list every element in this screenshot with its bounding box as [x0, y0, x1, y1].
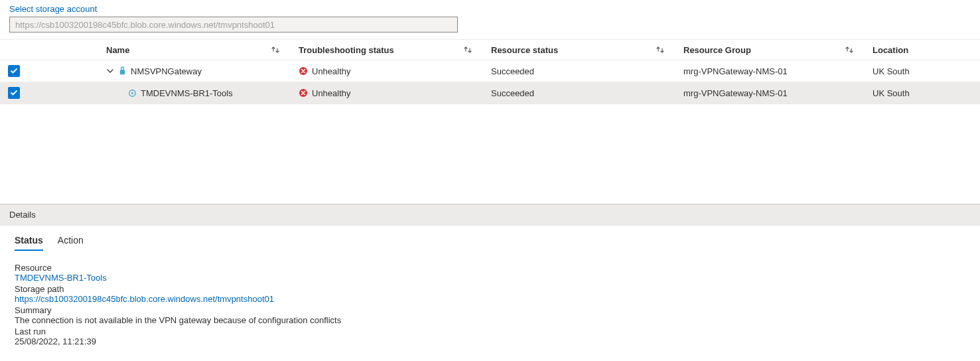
detail-last-run-text: 25/08/2022, 11:21:39 — [15, 336, 965, 346]
table-header-row: Name Troubleshooting status Resource sta… — [0, 39, 980, 60]
column-header-resource-status[interactable]: Resource status — [491, 45, 683, 55]
sort-icon[interactable] — [463, 45, 472, 54]
row-name: TMDEVNMS-BR1-Tools — [141, 88, 233, 98]
row-ts-status: Unhealthy — [312, 66, 351, 76]
column-header-troubleshooting-label: Troubleshooting status — [299, 45, 394, 55]
chevron-down-icon[interactable] — [106, 67, 114, 75]
column-header-troubleshooting[interactable]: Troubleshooting status — [299, 45, 491, 55]
svg-rect-0 — [120, 70, 125, 74]
sort-icon[interactable] — [656, 45, 665, 54]
row-resource-group: mrg-VPNGateway-NMS-01 — [683, 66, 788, 76]
detail-label-storage-path: Storage path — [15, 284, 965, 294]
row-resource-status: Succeeded — [491, 66, 534, 76]
row-ts-status: Unhealthy — [312, 88, 351, 98]
column-header-name[interactable]: Name — [28, 45, 299, 55]
sort-icon[interactable] — [271, 45, 280, 54]
column-header-resource-group[interactable]: Resource Group — [683, 45, 873, 55]
storage-url-input[interactable] — [9, 17, 458, 33]
table-row[interactable]: NMSVPNGateway Unhealthy Succeeded mrg-VP… — [0, 60, 980, 82]
row-checkbox[interactable] — [8, 65, 20, 77]
column-header-location-label: Location — [873, 45, 908, 55]
column-header-resource-group-label: Resource Group — [683, 45, 751, 55]
detail-label-last-run: Last run — [15, 326, 965, 336]
tab-action[interactable]: Action — [58, 235, 84, 251]
row-resource-status: Succeeded — [491, 88, 534, 98]
details-panel: Status Action Resource TMDEVNMS-BR1-Tool… — [0, 226, 980, 357]
row-name: NMSVPNGateway — [131, 66, 202, 76]
resource-table: Name Troubleshooting status Resource sta… — [0, 39, 980, 104]
details-bar: Details — [0, 204, 980, 226]
table-row[interactable]: TMDEVNMS-BR1-Tools Unhealthy Succeeded m… — [0, 82, 980, 104]
detail-label-resource: Resource — [15, 263, 965, 273]
detail-resource-link[interactable]: TMDEVNMS-BR1-Tools — [15, 273, 965, 283]
vpn-gateway-icon — [117, 66, 127, 76]
row-location: UK South — [873, 88, 910, 98]
tab-status[interactable]: Status — [15, 235, 43, 251]
column-header-location[interactable]: Location — [873, 45, 980, 55]
error-icon — [299, 88, 308, 98]
error-icon — [299, 66, 308, 76]
detail-summary-text: The connection is not available in the V… — [15, 315, 965, 325]
sort-icon[interactable] — [845, 45, 854, 54]
select-storage-link[interactable]: Select storage account — [9, 4, 97, 14]
row-location: UK South — [873, 66, 910, 76]
row-checkbox[interactable] — [8, 87, 20, 99]
column-header-resource-status-label: Resource status — [491, 45, 558, 55]
row-resource-group: mrg-VPNGateway-NMS-01 — [683, 88, 788, 98]
detail-storage-link[interactable]: https://csb1003200198c45bfc.blob.core.wi… — [15, 294, 965, 304]
connection-icon — [127, 88, 137, 98]
column-header-name-label: Name — [106, 45, 129, 55]
detail-label-summary: Summary — [15, 305, 965, 315]
details-title: Details — [9, 210, 36, 220]
svg-point-3 — [131, 92, 133, 94]
